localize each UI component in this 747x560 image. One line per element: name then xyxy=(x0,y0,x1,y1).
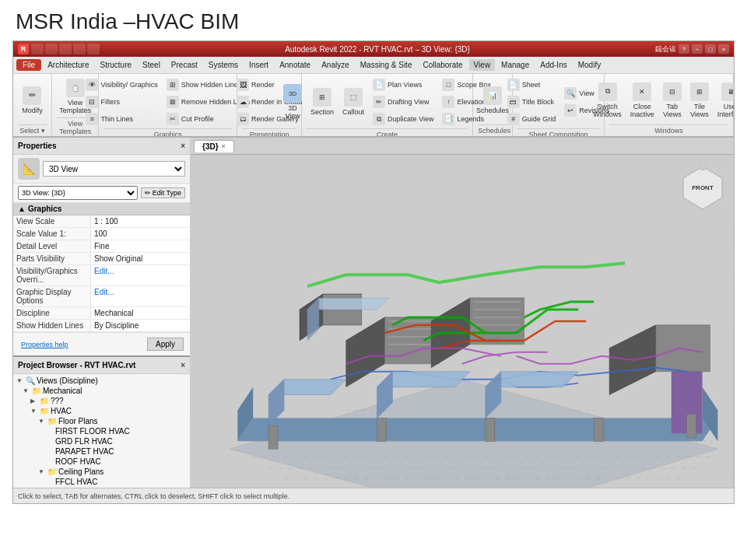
undo-tool[interactable] xyxy=(45,44,58,54)
menu-massing[interactable]: Massing & Site xyxy=(356,59,417,71)
properties-close-btn[interactable]: × xyxy=(181,142,185,150)
pb-grd-flr-hvac[interactable]: GRD FLR HVAC xyxy=(13,436,190,446)
filters-button[interactable]: ⊟ Filters xyxy=(82,94,160,110)
section-label: Section xyxy=(310,108,334,116)
plan-views-button[interactable]: 📄 Plan Views xyxy=(370,77,437,93)
group-content-graphics: 👁 Visibility/ Graphics ⊟ Filters ≡ Thin … xyxy=(82,77,253,127)
cut-profile-label: Cut Profile xyxy=(181,115,214,123)
view-dropdown-row: 3D View: {3D} ✏ Edit Type xyxy=(13,184,190,203)
tile-views-label: TileViews xyxy=(690,103,709,118)
redo-tool[interactable] xyxy=(59,44,72,54)
menu-insert[interactable]: Insert xyxy=(244,59,273,71)
nav-cube[interactable]: FRONT xyxy=(679,163,726,209)
graphics-column: 👁 Visibility/ Graphics ⊟ Filters ≡ Thin … xyxy=(82,77,160,127)
prop-value-partsvisibility[interactable]: Show Original xyxy=(91,253,190,264)
menu-file[interactable]: File xyxy=(16,59,41,71)
pb-floor-plans[interactable]: ▼ 📁 Floor Plans xyxy=(13,416,190,426)
project-browser-close-btn[interactable]: × xyxy=(181,361,185,369)
menu-precast[interactable]: Precast xyxy=(167,59,202,71)
pb-parapet-hvac[interactable]: PARAPET HVAC xyxy=(13,446,190,457)
expand-hvac-icon: ▼ xyxy=(30,408,38,415)
edit-type-button[interactable]: ✏ Edit Type xyxy=(141,187,185,198)
pb-views-discipline[interactable]: ▼ 🔍 Views (Discipline) xyxy=(13,376,190,386)
menu-manage[interactable]: Manage xyxy=(496,59,534,71)
expand-unknown-icon: ▶ xyxy=(30,397,38,404)
prop-label-detaillevel: Detail Level xyxy=(13,240,91,252)
pb-mechanical[interactable]: ▼ 📁 Mechanical xyxy=(13,386,190,396)
settings-tool[interactable] xyxy=(87,44,100,54)
menu-structure[interactable]: Structure xyxy=(95,59,136,71)
duplicate-view-button[interactable]: ⧉ Duplicate View xyxy=(370,111,437,127)
properties-help-link[interactable]: Properties help xyxy=(16,339,73,350)
pb-gfcl-hvac[interactable]: GFCL HVAC xyxy=(13,487,190,488)
title-block-button[interactable]: 🗃 Title Block xyxy=(504,94,559,110)
prop-row-viewscale: View Scale 1 : 100 xyxy=(13,215,190,228)
callout-button[interactable]: ⬚ Callout xyxy=(339,86,367,117)
menu-architecture[interactable]: Architecture xyxy=(43,59,93,71)
pb-first-floor-hvac[interactable]: FIRST FLOOR HVAC xyxy=(13,426,190,436)
pb-ceiling-plans[interactable]: ▼ 📁 Ceiling Plans xyxy=(13,467,190,477)
apply-button[interactable]: Apply xyxy=(147,338,184,351)
revisions-icon: ↩ xyxy=(564,104,577,117)
pb-ceilingplans-label: Ceiling Plans xyxy=(58,467,103,476)
section-button[interactable]: ⊞ Section xyxy=(307,86,337,117)
thin-lines-button[interactable]: ≡ Thin Lines xyxy=(82,111,160,127)
pb-views-label: Views (Discipline) xyxy=(37,376,98,385)
tab-views-button[interactable]: ⊟ TabViews xyxy=(660,81,685,120)
view-selector[interactable]: 3D View: {3D} xyxy=(18,186,138,200)
viewport-3d[interactable]: FRONT xyxy=(191,155,734,488)
prop-value-graphicdisplay[interactable]: Edit... xyxy=(91,286,190,306)
menu-systems[interactable]: Systems xyxy=(204,59,243,71)
prop-value-scalevalue[interactable]: 100 xyxy=(91,228,190,240)
pb-hvac[interactable]: ▼ 📁 HVAC xyxy=(13,406,190,416)
modify-label: Modify xyxy=(22,107,43,114)
close-button[interactable]: × xyxy=(718,44,729,54)
drafting-view-button[interactable]: ✏ Drafting View xyxy=(370,94,437,110)
save-tool[interactable] xyxy=(31,44,44,54)
switch-windows-button[interactable]: ⧉ SwitchWindows xyxy=(590,81,625,120)
help-button[interactable]: ? xyxy=(679,44,689,54)
project-browser-header: Project Browser - RVT HVAC.rvt × xyxy=(13,357,190,374)
view-small-icon: 🔍 xyxy=(564,87,577,100)
menu-annotate[interactable]: Annotate xyxy=(275,59,315,71)
prop-value-showhidden[interactable]: By Discipline xyxy=(91,320,190,331)
svg-rect-39 xyxy=(377,418,387,441)
maximize-button[interactable]: □ xyxy=(705,44,716,54)
prop-value-vgoverride[interactable]: Edit... xyxy=(91,265,190,285)
menu-addins[interactable]: Add-Ins xyxy=(535,59,571,71)
ribbon-group-graphics: 👁 Visibility/ Graphics ⊟ Filters ≡ Thin … xyxy=(99,74,237,136)
close-inactive-button[interactable]: ✕ CloseInactive xyxy=(627,81,658,120)
graphics-section-header[interactable]: ▲ Graphics xyxy=(13,203,190,215)
prop-value-discipline[interactable]: Mechanical xyxy=(91,307,190,319)
user-interface-button[interactable]: 🖥 UserInterface xyxy=(714,81,734,120)
component-type-selector[interactable]: 3D View xyxy=(43,161,185,177)
expand-floorplans-icon: ▼ xyxy=(38,418,46,425)
view-tab-close-icon[interactable]: × xyxy=(222,142,226,150)
prop-value-viewscale[interactable]: 1 : 100 xyxy=(91,215,190,227)
prop-value-detaillevel[interactable]: Fine xyxy=(91,240,190,252)
nav-cube-svg: FRONT xyxy=(679,163,726,217)
menu-collaborate[interactable]: Collaborate xyxy=(418,59,467,71)
menu-view[interactable]: View xyxy=(469,59,496,71)
floorplans-folder-icon: 📁 xyxy=(47,417,57,425)
print-tool[interactable] xyxy=(73,44,86,54)
properties-icon-row: 📐 3D View xyxy=(13,155,190,184)
props-footer: Properties help Apply xyxy=(13,332,190,355)
prop-row-partsvisibility: Parts Visibility Show Original xyxy=(13,253,190,265)
minimize-button[interactable]: − xyxy=(692,44,703,54)
prop-label-scalevalue: Scale Value 1: xyxy=(13,228,91,240)
3d-view-button[interactable]: 3D 3DView xyxy=(280,82,305,121)
visibility-graphics-button[interactable]: 👁 Visibility/ Graphics xyxy=(82,77,160,93)
pb-unknown[interactable]: ▶ 📁 ??? xyxy=(13,396,190,406)
sheet-label: Sheet xyxy=(522,81,541,89)
menu-modify[interactable]: Modify xyxy=(573,59,605,71)
pb-roof-hvac[interactable]: ROOF HVAC xyxy=(13,457,190,467)
guide-grid-button[interactable]: # Guide Grid xyxy=(504,111,559,127)
modify-button[interactable]: ✏ Modify xyxy=(19,85,46,116)
sheet-button[interactable]: 📄 Sheet xyxy=(504,77,559,93)
pb-ffcl-hvac[interactable]: FFCL HVAC xyxy=(13,477,190,487)
view-tab-3d[interactable]: {3D} × xyxy=(194,140,234,152)
menu-steel[interactable]: Steel xyxy=(138,59,165,71)
tile-views-button[interactable]: ⊞ TileViews xyxy=(687,81,712,120)
menu-analyze[interactable]: Analyze xyxy=(317,59,354,71)
